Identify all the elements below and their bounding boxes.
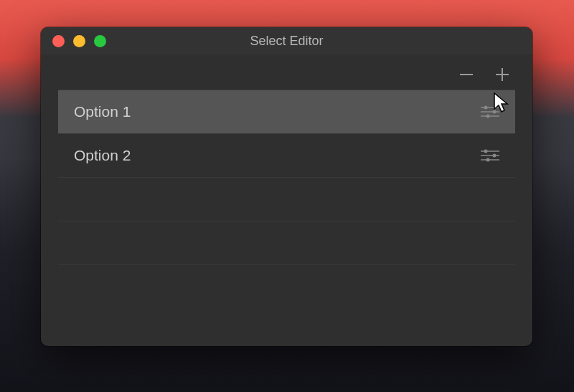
list-item[interactable]: Option 1 <box>58 90 515 134</box>
svg-point-10 <box>484 150 488 153</box>
svg-point-8 <box>486 115 490 118</box>
settings-icon[interactable] <box>481 148 499 163</box>
titlebar: Select Editor <box>41 27 532 54</box>
settings-icon[interactable] <box>481 105 499 119</box>
svg-point-4 <box>484 106 488 110</box>
svg-point-6 <box>493 110 497 114</box>
remove-button[interactable] <box>458 66 475 83</box>
list-item-empty <box>58 177 515 221</box>
list-item-empty <box>58 221 515 265</box>
plus-icon <box>494 67 510 82</box>
minimize-button[interactable] <box>73 35 85 47</box>
add-button[interactable] <box>494 66 511 83</box>
list-item-label: Option 2 <box>74 147 131 164</box>
svg-point-14 <box>486 158 490 162</box>
editor-window: Select Editor Option 1 <box>41 27 532 346</box>
close-button[interactable] <box>52 35 65 47</box>
window-title: Select Editor <box>41 34 532 49</box>
options-list: Option 1 Option 2 <box>58 90 515 329</box>
toolbar <box>41 54 532 90</box>
svg-point-12 <box>493 154 497 158</box>
list-item-label: Option 1 <box>74 103 131 120</box>
list-item[interactable]: Option 2 <box>58 133 515 178</box>
maximize-button[interactable] <box>94 35 106 47</box>
minus-icon <box>458 67 474 82</box>
traffic-lights <box>52 35 106 47</box>
